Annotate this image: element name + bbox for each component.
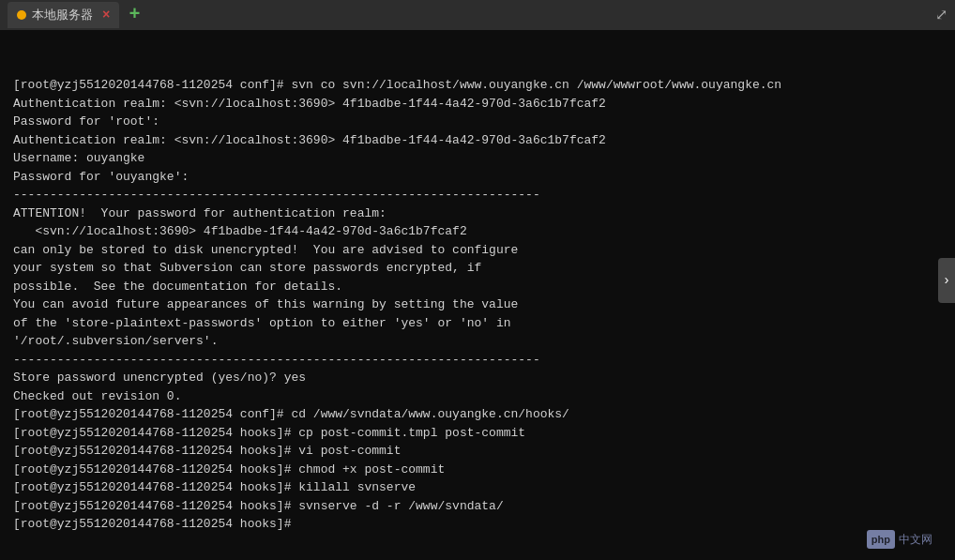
php-badge: php	[867, 530, 895, 550]
add-tab-button[interactable]: +	[123, 2, 145, 28]
watermark: php 中文网	[867, 530, 932, 550]
watermark-site: 中文网	[899, 531, 932, 548]
expand-button[interactable]: ⤢	[935, 6, 947, 24]
side-expand-button[interactable]: ›	[938, 258, 955, 303]
tab-local-server[interactable]: 本地服务器 ×	[8, 2, 119, 28]
side-expand-icon: ›	[943, 273, 950, 288]
tab-label: 本地服务器	[32, 7, 93, 23]
terminal-area[interactable]: [root@yzj5512020144768-1120254 conf]# sv…	[0, 30, 955, 560]
tab-status-dot	[17, 10, 26, 20]
tab-bar: 本地服务器 × + ⤢	[0, 0, 955, 30]
terminal-output: [root@yzj5512020144768-1120254 conf]# sv…	[13, 76, 942, 534]
tab-close-button[interactable]: ×	[102, 8, 110, 23]
